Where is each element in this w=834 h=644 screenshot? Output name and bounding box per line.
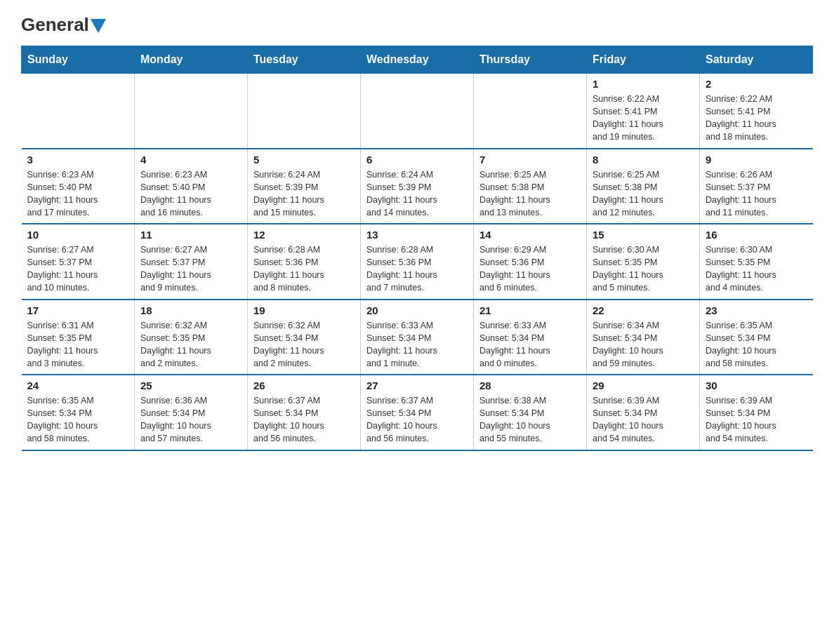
day-info: Sunrise: 6:32 AM Sunset: 5:35 PM Dayligh… — [140, 319, 241, 370]
calendar-cell: 24Sunrise: 6:35 AM Sunset: 5:34 PM Dayli… — [22, 375, 135, 450]
svg-marker-0 — [91, 19, 106, 33]
day-info: Sunrise: 6:35 AM Sunset: 5:34 PM Dayligh… — [27, 394, 129, 445]
header-saturday: Saturday — [700, 46, 813, 74]
calendar-cell: 7Sunrise: 6:25 AM Sunset: 5:38 PM Daylig… — [474, 149, 587, 224]
day-info: Sunrise: 6:36 AM Sunset: 5:34 PM Dayligh… — [140, 394, 241, 445]
day-number: 11 — [140, 229, 241, 241]
week-row-3: 10Sunrise: 6:27 AM Sunset: 5:37 PM Dayli… — [22, 224, 813, 300]
day-info: Sunrise: 6:25 AM Sunset: 5:38 PM Dayligh… — [479, 168, 581, 220]
day-number: 18 — [140, 304, 241, 316]
calendar-cell: 16Sunrise: 6:30 AM Sunset: 5:35 PM Dayli… — [700, 224, 813, 300]
calendar-cell: 9Sunrise: 6:26 AM Sunset: 5:37 PM Daylig… — [700, 149, 813, 224]
calendar-cell: 27Sunrise: 6:37 AM Sunset: 5:34 PM Dayli… — [361, 375, 474, 450]
calendar-cell: 22Sunrise: 6:34 AM Sunset: 5:34 PM Dayli… — [587, 300, 700, 375]
calendar-cell: 10Sunrise: 6:27 AM Sunset: 5:37 PM Dayli… — [22, 224, 135, 300]
day-number: 30 — [706, 380, 807, 391]
day-number: 7 — [479, 154, 581, 166]
day-number: 9 — [706, 154, 807, 166]
day-info: Sunrise: 6:32 AM Sunset: 5:34 PM Dayligh… — [253, 319, 355, 370]
calendar-cell: 4Sunrise: 6:23 AM Sunset: 5:40 PM Daylig… — [135, 149, 248, 224]
header-sunday: Sunday — [22, 46, 135, 74]
calendar-cell: 25Sunrise: 6:36 AM Sunset: 5:34 PM Dayli… — [135, 375, 248, 450]
day-number: 28 — [479, 380, 581, 391]
calendar-cell — [22, 74, 135, 149]
day-info: Sunrise: 6:22 AM Sunset: 5:41 PM Dayligh… — [706, 93, 807, 144]
calendar-cell: 21Sunrise: 6:33 AM Sunset: 5:34 PM Dayli… — [474, 300, 587, 375]
page-header: General — [21, 14, 813, 32]
day-number: 29 — [593, 380, 694, 391]
day-info: Sunrise: 6:22 AM Sunset: 5:41 PM Dayligh… — [593, 93, 694, 144]
day-info: Sunrise: 6:27 AM Sunset: 5:37 PM Dayligh… — [27, 243, 129, 295]
header-thursday: Thursday — [474, 46, 587, 74]
week-row-5: 24Sunrise: 6:35 AM Sunset: 5:34 PM Dayli… — [22, 375, 813, 450]
calendar-cell: 8Sunrise: 6:25 AM Sunset: 5:38 PM Daylig… — [587, 149, 700, 224]
calendar-cell: 5Sunrise: 6:24 AM Sunset: 5:39 PM Daylig… — [248, 149, 361, 224]
calendar-cell: 19Sunrise: 6:32 AM Sunset: 5:34 PM Dayli… — [248, 300, 361, 375]
day-info: Sunrise: 6:37 AM Sunset: 5:34 PM Dayligh… — [366, 394, 468, 445]
calendar-cell: 18Sunrise: 6:32 AM Sunset: 5:35 PM Dayli… — [135, 300, 248, 375]
calendar-cell — [135, 74, 248, 149]
day-number: 23 — [706, 304, 807, 316]
day-number: 15 — [593, 229, 694, 241]
calendar-cell — [474, 74, 587, 149]
day-number: 12 — [253, 229, 355, 241]
calendar-cell: 20Sunrise: 6:33 AM Sunset: 5:34 PM Dayli… — [361, 300, 474, 375]
day-info: Sunrise: 6:27 AM Sunset: 5:37 PM Dayligh… — [140, 243, 241, 295]
day-info: Sunrise: 6:38 AM Sunset: 5:34 PM Dayligh… — [479, 394, 581, 445]
day-info: Sunrise: 6:30 AM Sunset: 5:35 PM Dayligh… — [593, 243, 694, 295]
week-row-1: 1Sunrise: 6:22 AM Sunset: 5:41 PM Daylig… — [22, 74, 813, 149]
day-info: Sunrise: 6:34 AM Sunset: 5:34 PM Dayligh… — [593, 319, 694, 370]
calendar-cell: 14Sunrise: 6:29 AM Sunset: 5:36 PM Dayli… — [474, 224, 587, 300]
calendar-cell: 3Sunrise: 6:23 AM Sunset: 5:40 PM Daylig… — [22, 149, 135, 224]
day-number: 22 — [593, 304, 694, 316]
calendar-cell — [248, 74, 361, 149]
header-wednesday: Wednesday — [361, 46, 474, 74]
header-tuesday: Tuesday — [248, 46, 361, 74]
day-number: 24 — [27, 380, 129, 391]
day-number: 14 — [479, 229, 581, 241]
day-info: Sunrise: 6:24 AM Sunset: 5:39 PM Dayligh… — [253, 168, 355, 220]
day-number: 4 — [140, 154, 241, 166]
calendar-cell: 12Sunrise: 6:28 AM Sunset: 5:36 PM Dayli… — [248, 224, 361, 300]
day-number: 3 — [27, 154, 129, 166]
day-info: Sunrise: 6:33 AM Sunset: 5:34 PM Dayligh… — [366, 319, 468, 370]
day-number: 21 — [479, 304, 581, 316]
calendar-cell: 11Sunrise: 6:27 AM Sunset: 5:37 PM Dayli… — [135, 224, 248, 300]
day-info: Sunrise: 6:23 AM Sunset: 5:40 PM Dayligh… — [140, 168, 241, 220]
day-info: Sunrise: 6:33 AM Sunset: 5:34 PM Dayligh… — [479, 319, 581, 370]
day-number: 19 — [253, 304, 355, 316]
day-info: Sunrise: 6:26 AM Sunset: 5:37 PM Dayligh… — [706, 168, 807, 220]
day-info: Sunrise: 6:35 AM Sunset: 5:34 PM Dayligh… — [706, 319, 807, 370]
calendar-cell: 1Sunrise: 6:22 AM Sunset: 5:41 PM Daylig… — [587, 74, 700, 149]
calendar-cell: 13Sunrise: 6:28 AM Sunset: 5:36 PM Dayli… — [361, 224, 474, 300]
day-info: Sunrise: 6:30 AM Sunset: 5:35 PM Dayligh… — [706, 243, 807, 295]
calendar-cell: 30Sunrise: 6:39 AM Sunset: 5:34 PM Dayli… — [700, 375, 813, 450]
calendar-cell: 17Sunrise: 6:31 AM Sunset: 5:35 PM Dayli… — [22, 300, 135, 375]
day-number: 16 — [706, 229, 807, 241]
logo-triangle-icon — [91, 19, 106, 33]
day-info: Sunrise: 6:31 AM Sunset: 5:35 PM Dayligh… — [27, 319, 129, 370]
calendar-table: SundayMondayTuesdayWednesdayThursdayFrid… — [21, 46, 813, 451]
day-info: Sunrise: 6:37 AM Sunset: 5:34 PM Dayligh… — [253, 394, 355, 445]
logo: General — [21, 14, 106, 32]
day-info: Sunrise: 6:39 AM Sunset: 5:34 PM Dayligh… — [593, 394, 694, 445]
day-number: 6 — [366, 154, 468, 166]
day-number: 5 — [253, 154, 355, 166]
calendar-cell: 26Sunrise: 6:37 AM Sunset: 5:34 PM Dayli… — [248, 375, 361, 450]
day-number: 26 — [253, 380, 355, 391]
calendar-cell — [361, 74, 474, 149]
day-info: Sunrise: 6:23 AM Sunset: 5:40 PM Dayligh… — [27, 168, 129, 220]
calendar-cell: 23Sunrise: 6:35 AM Sunset: 5:34 PM Dayli… — [700, 300, 813, 375]
calendar-cell: 28Sunrise: 6:38 AM Sunset: 5:34 PM Dayli… — [474, 375, 587, 450]
week-row-2: 3Sunrise: 6:23 AM Sunset: 5:40 PM Daylig… — [22, 149, 813, 224]
day-number: 27 — [366, 380, 468, 391]
day-number: 2 — [706, 78, 807, 90]
day-number: 20 — [366, 304, 468, 316]
calendar-cell: 2Sunrise: 6:22 AM Sunset: 5:41 PM Daylig… — [700, 74, 813, 149]
day-info: Sunrise: 6:24 AM Sunset: 5:39 PM Dayligh… — [366, 168, 468, 220]
day-number: 25 — [140, 380, 241, 391]
day-number: 1 — [593, 78, 694, 90]
header-friday: Friday — [587, 46, 700, 74]
week-row-4: 17Sunrise: 6:31 AM Sunset: 5:35 PM Dayli… — [22, 300, 813, 375]
day-number: 8 — [593, 154, 694, 166]
